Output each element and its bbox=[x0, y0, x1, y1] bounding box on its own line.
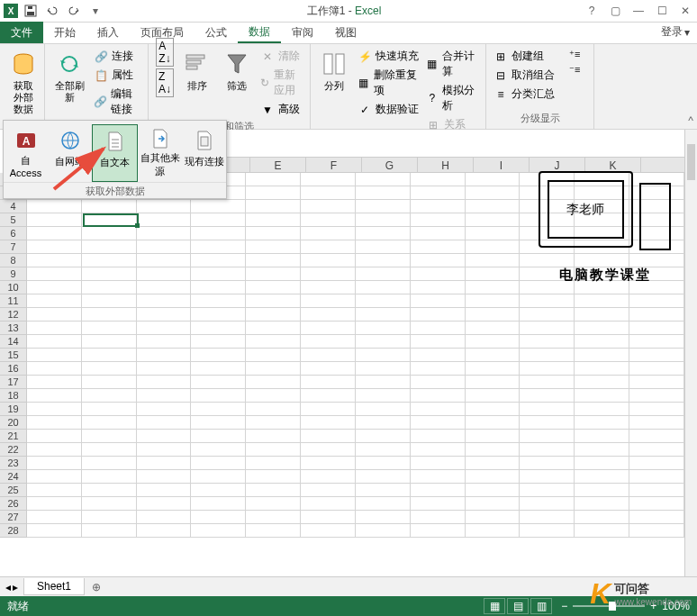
row-header[interactable]: 21 bbox=[0, 430, 27, 443]
cell[interactable] bbox=[520, 443, 575, 457]
cell[interactable] bbox=[466, 403, 520, 416]
cell[interactable] bbox=[137, 457, 192, 470]
undo-icon[interactable] bbox=[43, 2, 61, 20]
cell[interactable] bbox=[466, 254, 520, 267]
maximize-icon[interactable]: ☐ bbox=[654, 3, 670, 19]
cell[interactable] bbox=[82, 457, 137, 470]
row-header[interactable]: 22 bbox=[0, 443, 27, 457]
cell[interactable] bbox=[246, 376, 301, 389]
cell[interactable] bbox=[246, 200, 301, 213]
cell[interactable] bbox=[27, 389, 82, 403]
cell[interactable] bbox=[27, 376, 82, 389]
column-header[interactable]: E bbox=[250, 158, 306, 172]
cell[interactable] bbox=[629, 497, 684, 511]
cell[interactable] bbox=[82, 349, 137, 362]
row-header[interactable]: 17 bbox=[0, 376, 27, 389]
cell[interactable] bbox=[301, 186, 356, 200]
cell[interactable] bbox=[520, 389, 575, 403]
cell[interactable] bbox=[629, 389, 684, 403]
row-header[interactable]: 27 bbox=[0, 511, 27, 524]
cell[interactable] bbox=[466, 308, 520, 322]
cell[interactable] bbox=[191, 335, 246, 349]
cell[interactable] bbox=[301, 335, 356, 349]
cell[interactable] bbox=[246, 240, 301, 254]
tab-home[interactable]: 开始 bbox=[43, 22, 86, 43]
cell[interactable] bbox=[82, 362, 137, 376]
cell[interactable] bbox=[246, 484, 301, 497]
cell[interactable] bbox=[356, 389, 411, 403]
zoom-out-icon[interactable]: − bbox=[561, 600, 567, 612]
cell[interactable] bbox=[629, 524, 684, 538]
existing-conn-button[interactable]: 现有连接 bbox=[182, 124, 226, 182]
cell[interactable] bbox=[520, 457, 575, 470]
cell[interactable] bbox=[82, 497, 137, 511]
cell[interactable] bbox=[82, 240, 137, 254]
cell[interactable] bbox=[27, 213, 82, 227]
cell[interactable] bbox=[301, 497, 356, 511]
get-external-data-button[interactable]: 获取 外部数据 bbox=[5, 48, 41, 118]
cell[interactable] bbox=[575, 335, 629, 349]
cell[interactable] bbox=[27, 240, 82, 254]
cell[interactable] bbox=[191, 443, 246, 457]
cell[interactable] bbox=[191, 524, 246, 538]
cell[interactable] bbox=[246, 308, 301, 322]
cell[interactable] bbox=[137, 281, 192, 294]
cell[interactable] bbox=[301, 389, 356, 403]
collapse-ribbon-icon[interactable]: ^ bbox=[688, 114, 693, 127]
ungroup-button[interactable]: ⊟取消组合 bbox=[492, 67, 557, 84]
cell[interactable] bbox=[466, 186, 520, 200]
cell[interactable] bbox=[191, 227, 246, 240]
cell[interactable] bbox=[191, 200, 246, 213]
connections-button[interactable]: 🔗连接 bbox=[92, 48, 142, 65]
cell[interactable] bbox=[356, 497, 411, 511]
from-text-button[interactable]: 自文本 bbox=[92, 124, 138, 182]
cell[interactable] bbox=[466, 227, 520, 240]
cell[interactable] bbox=[575, 322, 629, 335]
cell[interactable] bbox=[27, 294, 82, 308]
cell[interactable] bbox=[82, 430, 137, 443]
cell[interactable] bbox=[629, 511, 684, 524]
cell[interactable] bbox=[301, 376, 356, 389]
cell[interactable] bbox=[246, 349, 301, 362]
row-header[interactable]: 24 bbox=[0, 470, 27, 484]
cell[interactable] bbox=[82, 267, 137, 281]
normal-view-icon[interactable]: ▦ bbox=[484, 598, 505, 614]
cell[interactable] bbox=[301, 403, 356, 416]
row-header[interactable]: 28 bbox=[0, 524, 27, 538]
cell[interactable] bbox=[82, 376, 137, 389]
cell[interactable] bbox=[411, 200, 466, 213]
cell[interactable] bbox=[629, 443, 684, 457]
subtotal-button[interactable]: ≡分类汇总 bbox=[492, 86, 557, 103]
cell[interactable] bbox=[246, 173, 301, 186]
cell[interactable] bbox=[137, 389, 192, 403]
cell[interactable] bbox=[411, 281, 466, 294]
cell[interactable] bbox=[301, 294, 356, 308]
cell[interactable] bbox=[27, 470, 82, 484]
cell[interactable] bbox=[466, 240, 520, 254]
cell[interactable] bbox=[27, 322, 82, 335]
cell[interactable] bbox=[301, 470, 356, 484]
row-header[interactable]: 12 bbox=[0, 308, 27, 322]
cell[interactable] bbox=[356, 457, 411, 470]
cell[interactable] bbox=[411, 186, 466, 200]
cell[interactable] bbox=[137, 403, 192, 416]
cell[interactable] bbox=[246, 335, 301, 349]
cell[interactable] bbox=[191, 470, 246, 484]
row-header[interactable]: 6 bbox=[0, 227, 27, 240]
cell[interactable] bbox=[191, 389, 246, 403]
cell[interactable] bbox=[137, 511, 192, 524]
cell[interactable] bbox=[27, 254, 82, 267]
cell[interactable] bbox=[137, 443, 192, 457]
cell[interactable] bbox=[191, 416, 246, 430]
column-header[interactable]: H bbox=[418, 158, 474, 172]
cell[interactable] bbox=[356, 335, 411, 349]
sort-button[interactable]: 排序 bbox=[179, 48, 215, 94]
remove-dup-button[interactable]: ▦删除重复项 bbox=[356, 67, 421, 99]
cell[interactable] bbox=[82, 484, 137, 497]
cell[interactable] bbox=[411, 457, 466, 470]
cell[interactable] bbox=[575, 416, 629, 430]
cell[interactable] bbox=[27, 267, 82, 281]
cell[interactable] bbox=[82, 403, 137, 416]
cell[interactable] bbox=[411, 173, 466, 186]
cell[interactable] bbox=[82, 524, 137, 538]
